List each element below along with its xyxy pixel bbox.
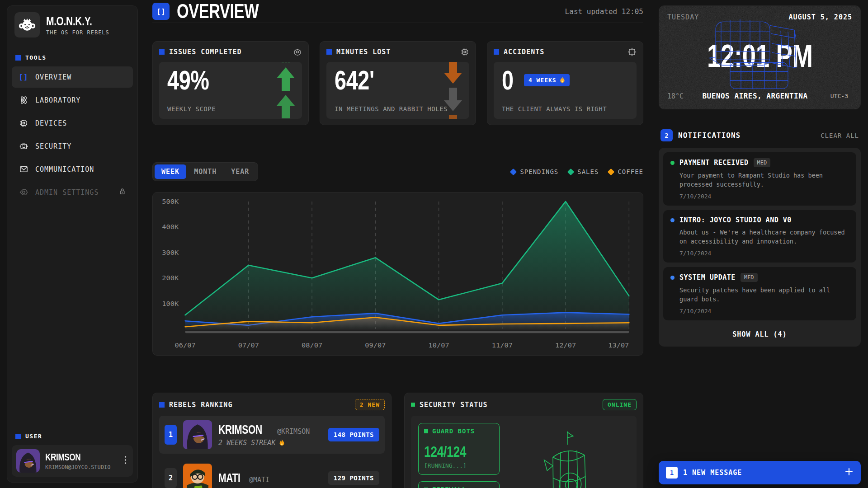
rank-streak: 2 WEEKS STREAK xyxy=(218,439,322,447)
chip-icon[interactable] xyxy=(460,47,469,56)
user-avatar xyxy=(16,449,40,473)
rank-name: KRIMSON xyxy=(218,423,262,437)
stat-title: ISSUES COMPLETED xyxy=(169,48,288,56)
notifications-count-badge: 2 xyxy=(660,129,673,141)
tab-month[interactable]: MONTH xyxy=(187,164,223,179)
notifications-title: NOTIFICATIONS xyxy=(678,131,815,140)
sidebar-item-security[interactable]: SECURITY xyxy=(12,136,133,157)
gear-icon[interactable] xyxy=(293,47,302,56)
module-state: [RUNNING...] xyxy=(424,462,494,469)
tools-label: TOOLS xyxy=(25,54,47,61)
legend-coffee[interactable]: COFFEE xyxy=(609,168,643,175)
legend-sales[interactable]: SALES xyxy=(568,168,599,175)
notifications-header: 2 NOTIFICATIONS CLEAR ALL xyxy=(659,129,861,141)
priority-badge: MED xyxy=(741,273,758,282)
gear-icon xyxy=(18,188,29,197)
rank-handle: @KRIMSON xyxy=(277,427,310,436)
security-modules: GUARD BOTS 124/124 [RUNNING...] FIREWALL xyxy=(418,423,500,488)
diamond-icon xyxy=(510,168,517,175)
atom-icon xyxy=(18,95,29,105)
user-info: KRIMSON KRIMSON@JOYCO.STUDIO xyxy=(45,451,111,470)
card-header: SECURITY STATUS ONLINE xyxy=(411,399,637,410)
mail-icon xyxy=(18,164,29,174)
message-label: 1 NEW MESSAGE xyxy=(683,469,839,477)
svg-text:400K: 400K xyxy=(162,223,179,231)
brackets-icon: [] xyxy=(18,73,29,81)
notification-title: SYSTEM UPDATE xyxy=(679,273,736,282)
card-header: ACCIDENTS xyxy=(494,47,637,56)
sidebar-item-label: DEVICES xyxy=(35,119,67,127)
diamond-icon xyxy=(567,168,575,175)
flame-icon xyxy=(279,439,285,446)
diamond-icon xyxy=(608,168,615,175)
card-marker-icon xyxy=(326,49,332,55)
sidebar: M.O.N.K.Y. THE OS FOR REBELS TOOLS [] OV… xyxy=(7,5,138,483)
clear-all-button[interactable]: CLEAR ALL xyxy=(821,132,859,139)
sidebar-item-laboratory[interactable]: LABORATORY xyxy=(12,89,133,111)
svg-text:100K: 100K xyxy=(162,300,179,308)
stat-value: 0 xyxy=(502,67,514,93)
module-marker-icon xyxy=(424,429,428,433)
new-message-bar[interactable]: 1 1 NEW MESSAGE xyxy=(659,461,861,484)
tab-year[interactable]: YEAR xyxy=(224,164,256,179)
sidebar-item-communication[interactable]: COMMUNICATION xyxy=(12,159,133,180)
user-label: USER xyxy=(25,433,42,440)
svg-text:200K: 200K xyxy=(162,274,179,282)
app-logo-row: M.O.N.K.Y. THE OS FOR REBELS xyxy=(7,6,137,44)
stat-card-minutes-lost: MINUTES LOST 642' IN MEETINGS AND RABBIT… xyxy=(320,41,476,125)
security-title: SECURITY STATUS xyxy=(420,401,598,409)
show-all-button[interactable]: SHOW ALL (4) xyxy=(663,325,856,342)
rank-info: MATI @MATI xyxy=(218,471,322,485)
new-count-badge: 2 NEW xyxy=(355,399,385,410)
card-header: ISSUES COMPLETED xyxy=(159,47,302,56)
tab-week[interactable]: WEEK xyxy=(155,164,186,179)
notification-intro-joyco[interactable]: INTRO: JOYCO STUDIO AND V0 About us - We… xyxy=(663,210,856,263)
user-card[interactable]: KRIMSON KRIMSON@JOYCO.STUDIO xyxy=(12,445,133,477)
sidebar-item-label: ADMIN SETTINGS xyxy=(35,188,99,197)
notification-system-update[interactable]: SYSTEM UPDATE MED Security patches have … xyxy=(663,267,856,320)
user-name: KRIMSON xyxy=(45,451,80,463)
overview-brackets-icon: [] xyxy=(152,3,170,20)
status-dot xyxy=(670,161,675,165)
overview-chart: 100K200K300K400K500K06/0707/0708/0709/07… xyxy=(154,193,642,354)
main-header: [] OVERVIEW Last updated 12:05 xyxy=(152,0,643,23)
svg-text:09/07: 09/07 xyxy=(365,341,386,349)
stat-sublabel: THE CLIENT ALWAYS IS RIGHT xyxy=(502,105,628,113)
online-status-badge: ONLINE xyxy=(603,399,637,410)
kebab-menu-icon[interactable] xyxy=(123,454,128,468)
chart-scrollbar[interactable] xyxy=(185,331,629,333)
svg-text:12/07: 12/07 xyxy=(555,341,576,349)
page-title: OVERVIEW xyxy=(177,0,259,23)
legend-spendings[interactable]: SPENDINGS xyxy=(511,168,558,175)
trend-down-arrows-icon xyxy=(444,62,462,119)
plus-icon[interactable] xyxy=(844,467,854,478)
monkey-logo-icon xyxy=(14,12,40,38)
svg-text:10/07: 10/07 xyxy=(429,341,449,349)
notification-date: 7/10/2024 xyxy=(679,308,849,314)
stat-value: 642' xyxy=(335,67,374,93)
sidebar-item-devices[interactable]: DEVICES xyxy=(12,113,133,134)
sidebar-item-label: LABORATORY xyxy=(35,96,80,104)
chip-icon xyxy=(18,118,29,128)
notification-payment-received[interactable]: PAYMENT RECEIVED MED Your payment to Ram… xyxy=(663,152,856,206)
ranking-row-2[interactable]: 2 xyxy=(159,459,385,488)
section-marker-icon xyxy=(15,55,21,61)
sidebar-item-label: SECURITY xyxy=(35,142,71,150)
security-panel: GUARD BOTS 124/124 [RUNNING...] FIREWALL xyxy=(411,416,637,488)
svg-text:07/07: 07/07 xyxy=(238,341,259,349)
status-dot xyxy=(670,276,675,280)
right-panel: TUESDAY AUGUST 5, 2025 12:01 PM xyxy=(659,5,861,488)
stat-panel: 0 4 WEEKS THE CLIENT ALWAYS IS RIGHT xyxy=(494,62,637,119)
sidebar-item-admin-settings[interactable]: ADMIN SETTINGS xyxy=(12,182,133,203)
ranking-row-1[interactable]: 1 KRIMSON xyxy=(159,416,385,454)
streak-label: 2 WEEKS STREAK xyxy=(218,439,275,447)
burst-icon[interactable] xyxy=(627,47,637,56)
sidebar-item-overview[interactable]: [] OVERVIEW xyxy=(12,66,133,88)
card-header: REBELS RANKING 2 NEW xyxy=(159,399,385,410)
stat-title: MINUTES LOST xyxy=(336,48,456,56)
security-status-card: SECURITY STATUS ONLINE GUARD BOTS 124/12… xyxy=(404,393,643,488)
streak-weeks-label: 4 WEEKS xyxy=(528,77,557,84)
avatar xyxy=(183,420,212,449)
card-marker-icon xyxy=(494,49,499,55)
points-badge: 129 POINTS xyxy=(328,471,379,485)
